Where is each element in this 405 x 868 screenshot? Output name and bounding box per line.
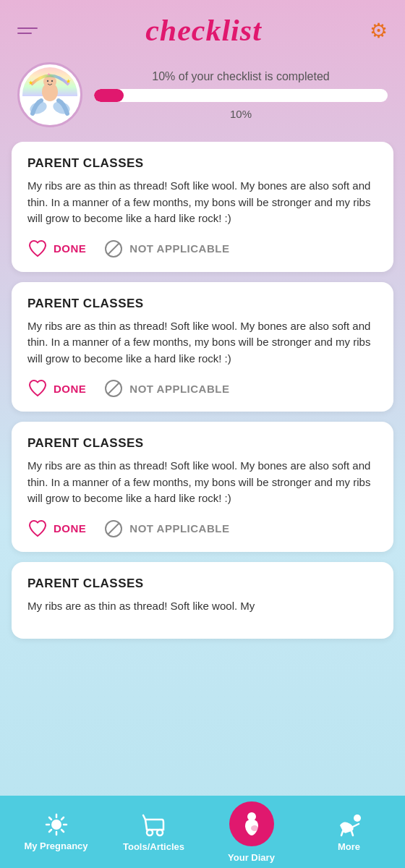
nav-item-diary[interactable]: Your Diary: [202, 801, 300, 863]
nav-icon-wrap-tools: [142, 812, 166, 837]
svg-line-31: [341, 831, 343, 835]
progress-description: 10% of your checklist is completed: [94, 70, 388, 83]
done-button-1[interactable]: DONE: [27, 378, 86, 399]
card-description: My ribs are as thin as thread! Soft like…: [27, 598, 378, 615]
settings-icon[interactable]: ⚙: [370, 19, 388, 43]
svg-text:✦: ✦: [47, 72, 51, 77]
svg-point-29: [354, 814, 361, 822]
card-title: PARENT CLASSES: [27, 297, 378, 311]
nav-item-pregnancy[interactable]: My Pregnancy: [7, 813, 105, 851]
svg-line-26: [143, 815, 145, 820]
card-title: PARENT CLASSES: [27, 156, 378, 171]
svg-line-21: [61, 830, 64, 832]
svg-point-28: [251, 825, 258, 831]
na-icon: [103, 239, 124, 259]
na-button-1[interactable]: NOT APPLICABLE: [103, 378, 229, 399]
heart-icon: [27, 519, 48, 539]
progress-section: ★ ★ ✦ 10% of your checklist is completed…: [0, 55, 405, 142]
svg-line-23: [49, 830, 51, 832]
svg-line-22: [61, 817, 64, 820]
avatar: ★ ★ ✦: [17, 62, 82, 127]
checklist-card-1: PARENT CLASSES My ribs are as thin as th…: [12, 282, 393, 412]
svg-point-5: [51, 80, 53, 82]
na-icon: [103, 378, 124, 399]
stroller-icon: [142, 812, 166, 837]
svg-line-32: [351, 831, 353, 835]
svg-point-4: [47, 80, 48, 82]
menu-icon[interactable]: [17, 27, 38, 34]
done-label-0: DONE: [54, 242, 86, 255]
done-label-2: DONE: [54, 522, 86, 535]
nav-icon-wrap-pregnancy: [45, 813, 68, 836]
nav-icon-wrap-more: [337, 812, 362, 837]
na-button-2[interactable]: NOT APPLICABLE: [103, 519, 229, 539]
svg-line-10: [108, 243, 119, 255]
card-description: My ribs are as thin as thread! Soft like…: [27, 318, 378, 367]
nav-item-tools[interactable]: Tools/Articles: [105, 812, 202, 852]
page-title: checklist: [145, 13, 262, 48]
progress-bar-fill: [94, 89, 124, 102]
pregnant-icon: [239, 811, 265, 837]
svg-line-14: [108, 523, 119, 535]
svg-text:★: ★: [66, 78, 71, 85]
svg-text:★: ★: [28, 80, 33, 86]
checklist-card-2: PARENT CLASSES My ribs are as thin as th…: [12, 422, 393, 552]
na-label-2: NOT APPLICABLE: [129, 522, 229, 535]
na-button-0[interactable]: NOT APPLICABLE: [103, 239, 229, 259]
svg-line-30: [353, 824, 359, 827]
nav-item-more[interactable]: More: [300, 812, 398, 852]
card-title: PARENT CLASSES: [27, 576, 378, 591]
cards-container: PARENT CLASSES My ribs are as thin as th…: [0, 142, 405, 796]
app-container: checklist ⚙: [0, 0, 405, 868]
heart-icon: [27, 239, 48, 259]
na-label-0: NOT APPLICABLE: [129, 242, 229, 255]
heart-icon: [27, 378, 48, 399]
done-button-2[interactable]: DONE: [27, 519, 86, 539]
card-actions: DONE NOT APPLICABLE: [27, 239, 378, 259]
nav-label-more: More: [338, 841, 360, 852]
checklist-card-0: PARENT CLASSES My ribs are as thin as th…: [12, 142, 393, 272]
progress-percent-label: 10%: [94, 108, 388, 120]
card-actions: DONE NOT APPLICABLE: [27, 378, 378, 399]
sun-icon: [45, 813, 68, 836]
baby-crawl-icon: [337, 812, 362, 837]
svg-point-15: [51, 820, 61, 830]
avatar-svg: ★ ★ ✦: [25, 70, 74, 119]
card-title: PARENT CLASSES: [27, 436, 378, 451]
nav-label-pregnancy: My Pregnancy: [24, 841, 88, 851]
header: checklist ⚙: [0, 0, 405, 55]
nav-icon-wrap-diary: [229, 801, 274, 846]
done-button-0[interactable]: DONE: [27, 239, 86, 259]
bottom-nav: My Pregnancy Tools/Articles: [0, 796, 405, 868]
svg-line-12: [108, 383, 119, 394]
card-description: My ribs are as thin as thread! Soft like…: [27, 178, 378, 227]
na-label-1: NOT APPLICABLE: [129, 383, 229, 395]
progress-info: 10% of your checklist is completed 10%: [94, 70, 388, 120]
svg-line-20: [49, 817, 51, 820]
checklist-card-3: PARENT CLASSES My ribs are as thin as th…: [12, 562, 393, 639]
na-icon: [103, 519, 124, 539]
card-actions: DONE NOT APPLICABLE: [27, 519, 378, 539]
nav-label-tools: Tools/Articles: [123, 841, 184, 852]
card-description: My ribs are as thin as thread! Soft like…: [27, 458, 378, 507]
done-label-1: DONE: [54, 383, 86, 395]
nav-label-diary: Your Diary: [228, 852, 275, 863]
progress-bar-background: [94, 89, 388, 102]
